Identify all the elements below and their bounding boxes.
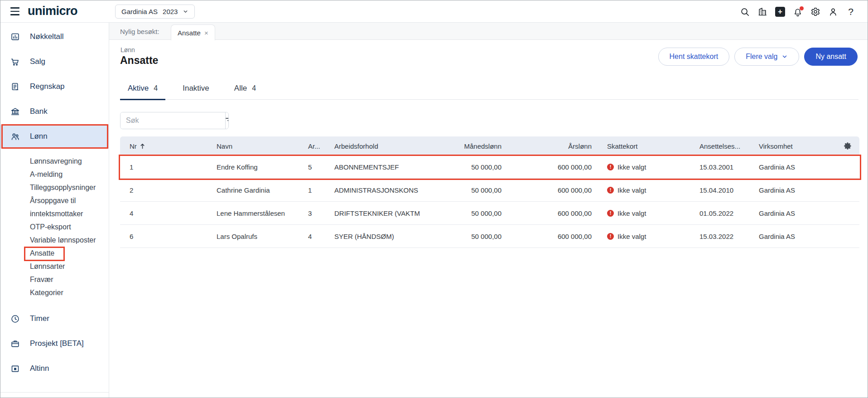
- people-icon: [10, 132, 20, 141]
- cell-manedslonn: 50 000,00: [437, 163, 502, 171]
- sidebar-item-lonn[interactable]: Lønn: [0, 125, 109, 148]
- hamburger-menu-icon[interactable]: [10, 7, 19, 15]
- page-header: Lønn Ansatte Hent skattekort Flere valg …: [109, 40, 868, 78]
- table-row[interactable]: 4Lene Hammerstålesen3DRIFTSTEKNIKER (VAK…: [120, 202, 859, 225]
- fetch-taxcards-button[interactable]: Hent skattekort: [658, 48, 730, 66]
- search-icon[interactable]: [740, 7, 750, 17]
- table-header-row: Nr Navn Ar... Arbeidsforhold Månedslønn …: [120, 136, 859, 155]
- sidebar-item-label: Nøkkeltall: [30, 32, 64, 41]
- tab-count: 4: [252, 84, 256, 92]
- cell-arbeidsforhold: ADMINISTRASJONSKONS: [328, 186, 437, 194]
- fetch-taxcards-label: Hent skattekort: [670, 53, 719, 61]
- column-header-skattekort[interactable]: Skattekort: [592, 142, 693, 150]
- cell-arbeidsforhold: DRIFTSTEKNIKER (VAKTM: [328, 209, 437, 217]
- user-profile-icon[interactable]: [828, 7, 838, 17]
- sidebar-item-salg[interactable]: Salg: [0, 50, 109, 73]
- filter-icon: [226, 118, 229, 124]
- breadcrumb: Lønn: [121, 46, 135, 53]
- cell-manedslonn: 50 000,00: [437, 186, 502, 194]
- close-icon[interactable]: ×: [204, 29, 208, 37]
- cell-nr: 4: [120, 209, 207, 217]
- cell-virksomhet: Gardinia AS: [752, 186, 836, 194]
- cell-arslonn: 600 000,00: [502, 209, 592, 217]
- column-header-manedslonn[interactable]: Månedslønn: [437, 142, 502, 150]
- sidebar-item-bank[interactable]: Bank: [0, 100, 109, 123]
- submenu-item-variable-lonnsposter[interactable]: Variable lønnsposter: [0, 233, 109, 247]
- submenu-item-tilleggsopplysninger[interactable]: Tilleggsopplysninger: [0, 181, 109, 194]
- recently-visited-label: Nylig besøkt:: [120, 23, 159, 40]
- tab-inaktive[interactable]: Inaktive: [175, 78, 217, 99]
- table-row[interactable]: 6Lars Opalrufs4SYER (HÅNDSØM)50 000,0060…: [120, 225, 859, 248]
- cell-ansettelsesdato: 15.03.2001: [693, 163, 752, 171]
- submenu-item-lonnsavregning[interactable]: Lønnsavregning: [0, 155, 109, 168]
- cell-navn: Cathrine Gardinia: [207, 186, 301, 194]
- employees-table: Nr Navn Ar... Arbeidsforhold Månedslønn …: [120, 136, 859, 248]
- sidebar-bottom-group: Timer Prosjekt [BETA] Altinn: [0, 307, 109, 380]
- submenu-item-otp-eksport[interactable]: OTP-eksport: [0, 220, 109, 233]
- sidebar-item-label: Timer: [30, 314, 49, 323]
- sidebar-item-prosjekt[interactable]: Prosjekt [BETA]: [0, 332, 109, 355]
- sidebar-item-timer[interactable]: Timer: [0, 307, 109, 330]
- tab-alle[interactable]: Alle 4: [227, 78, 264, 99]
- column-header-ar[interactable]: Ar...: [301, 142, 328, 150]
- cell-arbeidsforhold: ABONNEMENTSJEF: [328, 163, 437, 171]
- submenu-item-a-melding[interactable]: A-melding: [0, 168, 109, 181]
- cart-icon: [10, 57, 20, 67]
- add-icon[interactable]: +: [775, 7, 785, 17]
- more-options-label: Flere valg: [746, 53, 777, 61]
- recent-tab-ansatte[interactable]: Ansatte ×: [171, 24, 215, 40]
- table-settings-gear-icon[interactable]: [843, 141, 852, 150]
- app-logo[interactable]: unimicro: [28, 4, 77, 18]
- settings-gear-icon[interactable]: [810, 7, 820, 17]
- cell-virksomhet: Gardinia AS: [752, 163, 836, 171]
- submenu-item-arsoppgave[interactable]: Årsoppgave til inntektsmottaker: [0, 194, 109, 220]
- company-selector[interactable]: Gardinia AS 2023: [115, 5, 195, 19]
- sidebar-item-nokkeltall[interactable]: Nøkkeltall: [0, 25, 109, 49]
- clock-icon: [10, 314, 20, 324]
- column-label: Nr: [130, 142, 137, 150]
- table-row[interactable]: 2Cathrine Gardinia1ADMINISTRASJONSKONS50…: [120, 179, 859, 202]
- cell-ar: 5: [301, 163, 328, 171]
- more-options-button[interactable]: Flere valg: [734, 48, 799, 66]
- tab-count: 4: [154, 84, 158, 92]
- filter-button[interactable]: [225, 112, 229, 129]
- notifications-bell-icon[interactable]: [793, 7, 803, 17]
- column-header-arslonn[interactable]: Årslønn: [502, 142, 592, 150]
- cell-navn: Lars Opalrufs: [207, 233, 301, 240]
- submenu-item-ansatte[interactable]: Ansatte: [0, 247, 109, 260]
- sidebar-item-label: Bank: [30, 107, 48, 116]
- submenu-item-fravaer[interactable]: Fravær: [0, 273, 109, 286]
- sidebar-item-label: Lønn: [30, 132, 48, 141]
- cell-nr: 6: [120, 233, 207, 240]
- column-header-arbeidsforhold[interactable]: Arbeidsforhold: [328, 142, 437, 150]
- page-title: Ansatte: [120, 54, 158, 67]
- table-row[interactable]: 1Endre Koffing5ABONNEMENTSJEF50 000,0060…: [120, 155, 859, 179]
- new-employee-button[interactable]: Ny ansatt: [804, 48, 858, 66]
- sidebar: Nøkkeltall Salg Regnskap Bank Lønn Lønns…: [0, 23, 109, 398]
- submenu-item-lonnsarter[interactable]: Lønnsarter: [0, 260, 109, 273]
- cell-nr: 1: [120, 163, 207, 171]
- marketplace-icon[interactable]: [757, 7, 767, 17]
- warning-icon: !: [607, 210, 614, 217]
- help-icon[interactable]: ?: [846, 7, 856, 17]
- cell-arslonn: 600 000,00: [502, 233, 592, 240]
- submenu-item-kategorier[interactable]: Kategorier: [0, 286, 109, 299]
- bank-icon: [10, 107, 20, 116]
- company-name: Gardinia AS: [121, 8, 158, 15]
- column-header-nr[interactable]: Nr: [120, 142, 207, 150]
- column-header-navn[interactable]: Navn: [207, 142, 301, 150]
- tab-label: Inaktive: [183, 84, 209, 93]
- cell-skattekort: !Ikke valgt: [592, 209, 693, 217]
- cell-manedslonn: 50 000,00: [437, 209, 502, 217]
- column-header-ansettelsesdato[interactable]: Ansettelses...: [693, 142, 752, 150]
- sidebar-item-altinn[interactable]: Altinn: [0, 357, 109, 380]
- search-input[interactable]: [121, 112, 225, 129]
- chevron-down-icon: [781, 53, 788, 60]
- sidebar-item-regnskap[interactable]: Regnskap: [0, 75, 109, 98]
- cell-arslonn: 600 000,00: [502, 186, 592, 194]
- cell-navn: Endre Koffing: [207, 163, 301, 171]
- tab-aktive[interactable]: Aktive 4: [120, 78, 165, 99]
- skattekort-status: Ikke valgt: [617, 233, 646, 240]
- column-header-virksomhet[interactable]: Virksomhet: [752, 142, 836, 150]
- cell-skattekort: !Ikke valgt: [592, 163, 693, 171]
